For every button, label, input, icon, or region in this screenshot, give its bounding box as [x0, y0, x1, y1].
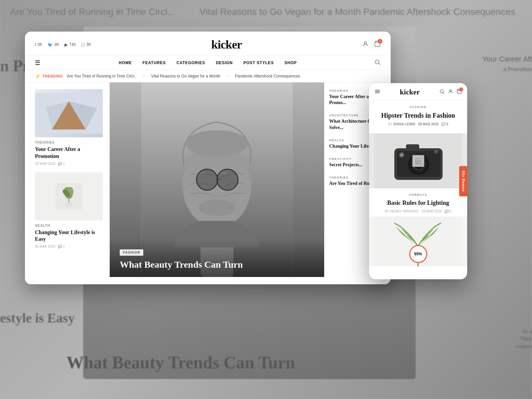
trending-item-1[interactable]: Vital Reasons to Go Vegan for a Month [151, 74, 220, 78]
lightning-icon: ⚡ [35, 73, 41, 79]
article-thumb-2 [35, 172, 103, 220]
social-youtube[interactable]: ▶ 740 [65, 42, 76, 47]
mobile-featured-article: FASHION Hipster Trends in Fashion BY DIA… [369, 100, 467, 133]
article-comments-1: 💬 2 [58, 162, 65, 166]
svg-rect-39 [406, 144, 419, 149]
nav-categories[interactable]: CATEGORIES [177, 61, 205, 65]
article-card-2: HEALTH Changing Your Lifestyle is Easy 3… [35, 172, 103, 249]
mobile-window: kicker 0 FASHION [369, 83, 467, 279]
trending-item-0[interactable]: Are You Tired of Running in Time Circl.. [67, 74, 136, 78]
site-header: f 3K 🐦 3K ▶ 740 ◻ 3K kicker 0 [25, 32, 391, 56]
article-comments-2: 💬 2 [58, 245, 65, 248]
instagram-count: 3K [86, 42, 91, 47]
svg-point-20 [217, 169, 238, 190]
nav-links: HOME FEATURES CATEGORIES DESIGN POST STY… [119, 61, 297, 65]
facebook-count: 3K [38, 42, 43, 47]
cart-icon[interactable]: 0 [374, 41, 381, 49]
nav-post-styles[interactable]: POST STYLES [243, 61, 274, 65]
search-icon[interactable] [374, 59, 381, 67]
svg-rect-9 [66, 202, 72, 207]
mobile-logo[interactable]: kicker [400, 88, 420, 96]
mobile-second-article: FORMATS Basic Rules for Lighting BY HENR… [369, 188, 467, 216]
hamburger-menu[interactable]: ☰ [35, 59, 40, 66]
trending-item-2[interactable]: Pandemic Aftershock Consequences [235, 74, 300, 78]
image-placeholder-icon [412, 155, 424, 167]
article-title-1[interactable]: Your Career After a Promotion [35, 146, 103, 160]
twitter-count: 3K [54, 42, 59, 47]
svg-line-3 [379, 63, 380, 65]
svg-point-41 [400, 153, 403, 157]
svg-point-23 [186, 130, 248, 157]
facebook-icon: f [35, 42, 36, 47]
mobile-header: kicker 0 [369, 83, 467, 100]
youtube-icon: ▶ [65, 42, 68, 47]
article-title-2[interactable]: Changing Your Lifestyle is Easy [35, 229, 103, 243]
site-logo[interactable]: kicker [211, 38, 242, 52]
nav-home[interactable]: HOME [119, 61, 132, 65]
center-article: FASHION What Beauty Trends Can Turn [110, 82, 324, 277]
mobile-header-icons: 0 [439, 89, 462, 95]
mobile-second-title[interactable]: Basic Rules for Lighting [374, 199, 462, 207]
nav-features[interactable]: FEATURES [143, 61, 166, 65]
trending-bar: ⚡ TRENDING Are You Tired of Running in T… [25, 70, 391, 82]
mobile-plant-image: 95% [369, 216, 467, 266]
progress-circle: 95% [409, 245, 427, 263]
cart-badge: 0 [378, 39, 382, 44]
social-twitter[interactable]: 🐦 3K [48, 42, 59, 47]
trending-items: Are You Tired of Running in Time Circl..… [67, 74, 300, 78]
svg-point-0 [364, 42, 367, 44]
mobile-search-icon[interactable] [439, 89, 445, 95]
mobile-second-meta: BY HENRY SANDERS 28 MAR 2020 💬 0 [374, 209, 462, 213]
svg-point-22 [199, 200, 235, 216]
social-instagram[interactable]: ◻ 3K [81, 42, 91, 47]
demos-tab[interactable]: 60+ Demos [459, 166, 467, 197]
svg-point-2 [375, 60, 379, 64]
header-actions: 0 [362, 41, 381, 49]
youtube-count: 740 [69, 42, 76, 47]
mobile-featured-category: FASHION [374, 105, 462, 109]
article-thumb-1 [35, 89, 103, 137]
article-category-2: HEALTH [35, 224, 103, 227]
mobile-featured-title[interactable]: Hipster Trends in Fashion [374, 111, 462, 120]
svg-point-27 [440, 90, 443, 93]
article-date-1: 30 MAR 2020 [35, 162, 55, 166]
article-date-2: 30 MAR 2020 [35, 245, 55, 248]
articles-sidebar: THEORIES Your Career After a Promotion 3… [25, 82, 110, 277]
article-meta-1: 30 MAR 2020 💬 2 [35, 162, 103, 166]
nav-design[interactable]: DESIGN [216, 61, 233, 65]
mobile-hamburger[interactable] [374, 88, 380, 96]
user-icon[interactable] [362, 41, 369, 49]
mobile-cart-badge: 0 [459, 87, 463, 91]
instagram-icon: ◻ [81, 42, 85, 47]
trending-label: ⚡ TRENDING [35, 73, 63, 79]
mobile-content: FASHION Hipster Trends in Fashion BY DIA… [369, 100, 467, 279]
article-card-1: THEORIES Your Career After a Promotion 3… [35, 89, 103, 166]
article-meta-2: 30 MAR 2020 💬 2 [35, 245, 103, 248]
main-content: THEORIES Your Career After a Promotion 3… [25, 82, 391, 277]
mobile-second-category: FORMATS [374, 193, 462, 197]
progress-value: 95% [414, 252, 422, 256]
center-overlay: FASHION What Beauty Trends Can Turn [110, 239, 324, 277]
svg-point-29 [450, 90, 451, 91]
svg-point-19 [197, 169, 217, 190]
svg-point-42 [434, 150, 438, 154]
mobile-second-author: HENRY SANDERS [390, 209, 419, 213]
mobile-cart[interactable]: 0 [457, 89, 462, 95]
social-facebook[interactable]: f 3K [35, 42, 42, 47]
svg-point-44 [417, 159, 418, 160]
center-title[interactable]: What Beauty Trends Can Turn [120, 259, 314, 270]
social-links: f 3K 🐦 3K ▶ 740 ◻ 3K [35, 42, 91, 47]
desktop-window: f 3K 🐦 3K ▶ 740 ◻ 3K kicker 0 [25, 32, 391, 284]
twitter-icon: 🐦 [48, 42, 53, 47]
mobile-featured-meta: BY DIANA LEWIS 28 MAR 2020 💬 0 [374, 122, 462, 126]
nav-shop[interactable]: SHOP [284, 61, 297, 65]
svg-line-28 [443, 92, 444, 94]
mobile-camera-image [369, 133, 467, 188]
center-category: FASHION [120, 249, 143, 256]
mobile-user-icon[interactable] [448, 89, 453, 95]
mobile-featured-author: DIANA LEWIS [393, 122, 415, 126]
site-nav: ☰ HOME FEATURES CATEGORIES DESIGN POST S… [25, 56, 391, 70]
article-category-1: THEORIES [35, 141, 103, 144]
